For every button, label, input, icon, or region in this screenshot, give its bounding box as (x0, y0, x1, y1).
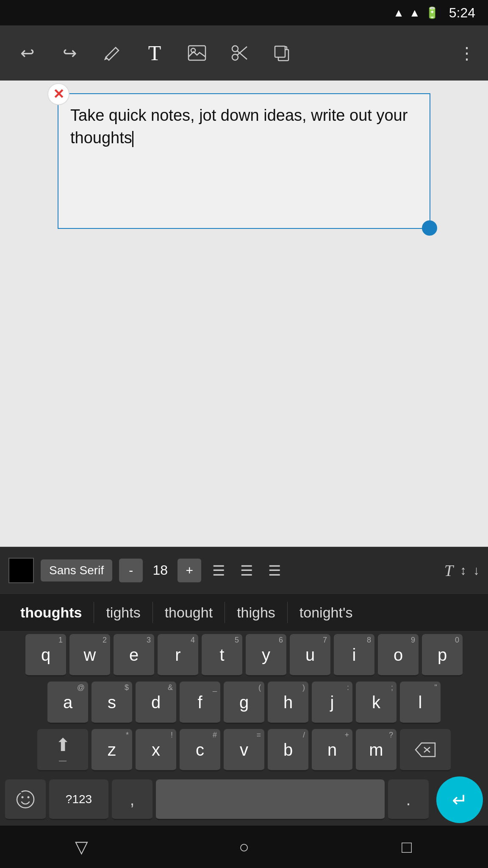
key-j[interactable]: : j (312, 682, 352, 724)
home-button[interactable]: ○ (223, 837, 265, 857)
font-selector[interactable]: Sans Serif (41, 559, 112, 581)
key-c[interactable]: # c (180, 729, 220, 771)
emoji-button[interactable] (5, 779, 46, 820)
collapse-button[interactable]: ↓ (473, 563, 480, 578)
key-t[interactable]: 5 t (202, 634, 242, 676)
key-v[interactable]: = v (224, 729, 264, 771)
key-z[interactable]: * z (92, 729, 132, 771)
resize-handle[interactable] (422, 220, 437, 236)
increase-font-size-button[interactable]: + (177, 559, 201, 582)
key-o[interactable]: 9 o (378, 634, 419, 676)
pen-button[interactable] (97, 45, 127, 61)
align-right-button[interactable]: ☰ (264, 562, 285, 579)
wifi-icon: ▲ (393, 6, 404, 19)
key-q[interactable]: 1 q (25, 634, 66, 676)
status-bar: ▲ ▲ 🔋 5:24 (0, 0, 488, 25)
text-button[interactable]: T (140, 41, 169, 65)
battery-icon: 🔋 (425, 6, 439, 19)
key-k[interactable]: ; k (356, 682, 396, 724)
shift-button[interactable]: ⬆ — (37, 729, 88, 771)
keyboard: 1 q 2 w 3 e 4 r 5 t 6 y 7 u 8 i (0, 632, 488, 826)
backspace-button[interactable] (400, 729, 451, 771)
svg-line-4 (237, 47, 247, 55)
svg-point-10 (22, 796, 24, 798)
status-icons: ▲ ▲ 🔋 (393, 6, 438, 19)
key-n[interactable]: + n (312, 729, 352, 771)
undo-button[interactable]: ↩ (13, 43, 42, 63)
keyboard-row-3: ⬆ — * z ! x # c = v / b + n ? m (0, 726, 488, 774)
autocomplete-thoughts[interactable]: thoughts (8, 604, 94, 621)
autocomplete-bar: thoughts tights thought thighs tonight's (0, 593, 488, 632)
key-b[interactable]: / b (268, 729, 308, 771)
svg-rect-0 (189, 46, 205, 60)
scissors-button[interactable] (225, 45, 254, 61)
numbers-button[interactable]: ?123 (49, 779, 108, 820)
toolbar: ↩ ↪ T ⋮ (0, 25, 488, 81)
key-e[interactable]: 3 e (114, 634, 154, 676)
svg-point-11 (28, 796, 30, 798)
svg-point-2 (232, 54, 238, 60)
recents-button[interactable]: □ (385, 837, 428, 857)
key-r[interactable]: 4 r (158, 634, 198, 676)
space-button[interactable] (156, 779, 385, 820)
signal-icon: ▲ (409, 6, 420, 19)
key-m[interactable]: ? m (356, 729, 396, 771)
more-button[interactable]: ⋮ (458, 43, 475, 63)
text-cursor (132, 131, 133, 147)
key-w[interactable]: 2 w (69, 634, 110, 676)
key-p[interactable]: 0 p (422, 634, 463, 676)
key-f[interactable]: _ f (180, 682, 220, 724)
align-left-button[interactable]: ☰ (208, 562, 229, 579)
key-h[interactable]: ) h (268, 682, 308, 724)
formatting-bar: Sans Serif - 18 + ☰ ☰ ☰ T ↕ ↓ (0, 547, 488, 593)
decrease-font-size-button[interactable]: - (119, 559, 143, 582)
text-box-content[interactable]: Take quick notes, jot down ideas, write … (70, 104, 418, 149)
text-style-button[interactable]: T (444, 561, 453, 580)
key-l[interactable]: " l (400, 682, 441, 724)
key-x[interactable]: ! x (136, 729, 176, 771)
key-u[interactable]: 7 u (290, 634, 330, 676)
autocomplete-thighs[interactable]: thighs (225, 604, 287, 621)
keyboard-row-4: ?123 , . ↵ (0, 774, 488, 826)
key-i[interactable]: 8 i (334, 634, 374, 676)
redo-button[interactable]: ↪ (55, 43, 85, 63)
status-time: 5:24 (449, 5, 475, 21)
comma-button[interactable]: , (112, 779, 152, 820)
autocomplete-tights[interactable]: tights (94, 604, 152, 621)
image-button[interactable] (182, 45, 212, 61)
canvas-area: ✕ Take quick notes, jot down ideas, writ… (0, 81, 488, 547)
color-swatch[interactable] (8, 558, 34, 583)
svg-line-5 (237, 51, 247, 59)
nav-bar: ▽ ○ □ (0, 826, 488, 868)
keyboard-row-2: @ a $ s & d _ f ( g ) h : j ; k (0, 679, 488, 726)
copy-button[interactable] (267, 45, 297, 61)
keyboard-row-1: 1 q 2 w 3 e 4 r 5 t 6 y 7 u 8 i (0, 632, 488, 679)
key-a[interactable]: @ a (47, 682, 88, 724)
expand-button[interactable]: ↕ (460, 563, 466, 578)
autocomplete-thought[interactable]: thought (153, 604, 225, 621)
font-size-value: 18 (150, 562, 171, 578)
key-y[interactable]: 6 y (246, 634, 286, 676)
align-center-button[interactable]: ☰ (236, 562, 257, 579)
text-box[interactable]: ✕ Take quick notes, jot down ideas, writ… (58, 93, 430, 229)
period-button[interactable]: . (388, 779, 429, 820)
key-s[interactable]: $ s (92, 682, 132, 724)
key-g[interactable]: ( g (224, 682, 264, 724)
svg-rect-7 (275, 46, 285, 57)
autocomplete-tonights[interactable]: tonight's (288, 604, 365, 621)
back-button[interactable]: ▽ (60, 837, 103, 857)
enter-button[interactable]: ↵ (436, 776, 483, 823)
svg-point-3 (232, 46, 238, 52)
delete-textbox-button[interactable]: ✕ (47, 83, 69, 105)
key-d[interactable]: & d (136, 682, 176, 724)
